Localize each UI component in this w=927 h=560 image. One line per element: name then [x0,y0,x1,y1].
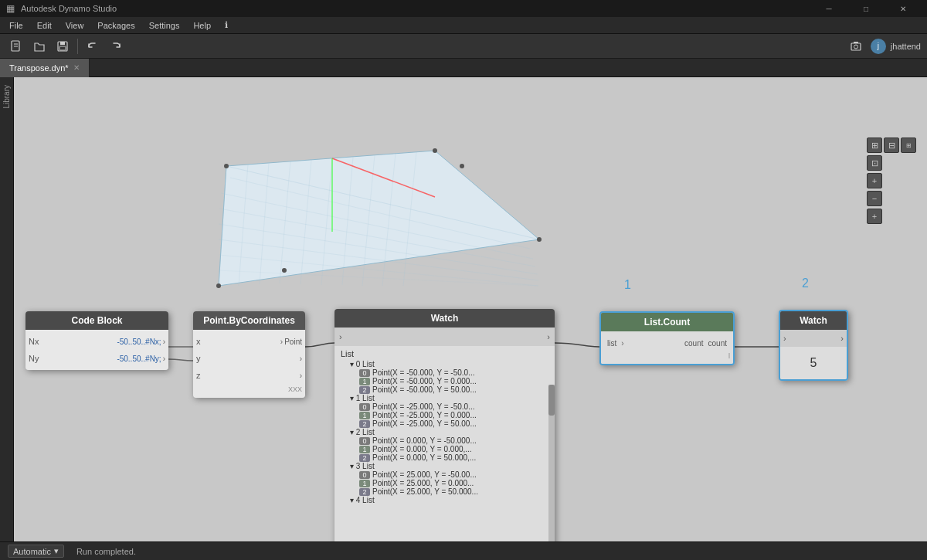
view-controls-row1: ⊞ ⊟ ⊞ [867,137,916,153]
watch1-output-port: › [542,332,555,341]
watch1-body: List ▾ 0 List 0Point(X = -50.000, Y = -5… [334,346,555,541]
tab-close-button[interactable]: ✕ [73,63,80,72]
point-y-label: y [196,354,298,363]
svg-line-21 [280,161,290,283]
watch1-group-1: ▾ 1 List 0Point(X = -25.000, Y = -50.0..… [341,394,548,428]
svg-line-27 [403,152,416,286]
menu-info[interactable]: ℹ [219,19,234,32]
svg-line-28 [435,151,539,239]
code-block-nx-value: -50..50..#Nx; [117,338,161,346]
point-x-port: › [280,338,283,346]
watch1-item-0-1: 1Point(X = -50.000, Y = 0.000... [359,377,548,385]
node-number-2: 2 [802,277,809,290]
screenshot-button[interactable] [846,36,866,56]
menu-help[interactable]: Help [187,19,217,32]
watch1-group3-header: ▾ 3 List [350,462,548,470]
watch1-group4-header: ▾ 4 List [350,496,548,504]
user-avatar: j [871,39,886,54]
run-mode-label: Automatic [13,547,51,556]
user-area: j jhattend [846,36,921,56]
zoom-in-button[interactable]: + [867,173,882,188]
redo-button[interactable] [106,36,126,56]
zoom-fit-button[interactable]: ⊡ [867,155,882,171]
svg-point-36 [460,164,464,168]
watch1-item-3-0: 0Point(X = 25.000, Y = -50.00... [359,470,548,479]
watch1-item-2-2: 2Point(X = 0.000, Y = 50.000,... [359,453,548,462]
tabbar: Transpose.dyn* ✕ [0,59,927,77]
watch2-io-bar: › › [780,330,847,347]
point-output-label: Point [284,338,302,346]
menu-file[interactable]: File [3,19,29,32]
svg-line-26 [382,154,396,286]
code-block-node[interactable]: Code Block Nx -50..50..#Nx; › Ny -50..50… [25,311,168,370]
titlebar: ▦ Autodesk Dynamo Studio ─ □ ✕ [0,0,927,17]
undo-button[interactable] [83,36,103,56]
tab-transpose[interactable]: Transpose.dyn* ✕ [0,59,90,77]
maximize-button[interactable]: □ [848,0,884,17]
new-button[interactable] [6,36,26,56]
svg-line-24 [342,157,353,285]
svg-rect-4 [60,42,65,45]
svg-line-12 [221,193,533,259]
svg-line-16 [219,255,538,286]
open-button[interactable] [29,36,49,56]
point-header: Point.ByCoordinates [193,311,305,330]
sidebar: Library [0,77,14,541]
close-button[interactable]: ✕ [885,0,921,17]
minimize-button[interactable]: ─ [811,0,847,17]
zoom-reset-button[interactable]: + [867,209,882,224]
view-3d-button[interactable]: ⊟ [884,137,899,153]
point-by-coordinates-node[interactable]: Point.ByCoordinates x › Point y › z › XX… [193,311,305,398]
watch1-group0-header: ▾ 0 List [350,360,548,368]
view-2d-button[interactable]: ⊞ [867,137,882,153]
window-controls: ─ □ ✕ [811,0,921,17]
point-z-label: z [196,371,298,380]
list-count-footer-l: l [601,351,733,361]
code-block-row-nx: Nx -50..50..#Nx; › [25,333,168,350]
menu-packages[interactable]: Packages [91,19,141,32]
view-extra-button[interactable]: ⊞ [901,137,916,153]
run-mode-dropdown[interactable]: Automatic ▾ [8,545,64,558]
svg-point-34 [216,283,221,288]
svg-rect-8 [854,42,858,43]
list-count-node[interactable]: List.Count list › count count l [599,311,735,365]
watch1-scrollbar-thumb[interactable] [548,385,555,416]
watch1-list-title: List [341,349,548,358]
watch1-item-2-0: 0Point(X = 0.000, Y = -50.000... [359,436,548,445]
code-block-ny-label: Ny [29,354,115,363]
svg-line-11 [230,178,530,249]
toolbar-separator [77,39,78,54]
watch2-node[interactable]: Watch › › 5 [779,310,848,381]
code-block-ny-port: › [163,355,165,363]
menu-settings[interactable]: Settings [143,19,186,32]
list-count-input-label: list [604,339,620,348]
sidebar-library-tab[interactable]: Library [1,82,12,112]
list-count-output-label: count [684,339,703,348]
svg-point-32 [433,148,437,153]
canvas[interactable]: ⊞ ⊟ ⊞ ⊡ + − + [14,77,927,541]
watch1-scrollbar[interactable] [548,385,555,541]
point-y-port: › [300,355,302,363]
watch1-node[interactable]: Watch › › List ▾ 0 List 0Point(X = -50.0… [334,309,555,541]
watch1-item-1-0: 0Point(X = -25.000, Y = -50.0... [359,402,548,411]
svg-rect-5 [59,46,66,50]
watch1-item-0-0: 0Point(X = -50.000, Y = -50.0... [359,368,548,377]
svg-line-15 [219,239,538,280]
list-count-row: list › count count [601,334,733,351]
svg-line-10 [226,166,539,239]
list-count-body: list › count count l [601,331,733,364]
code-block-ny-value: -50..50..#Ny; [117,355,161,363]
svg-line-25 [362,155,375,286]
save-button[interactable] [53,36,73,56]
zoom-out-button[interactable]: − [867,191,882,206]
app-icon: ▦ [6,3,15,14]
code-block-nx-label: Nx [29,337,115,346]
svg-line-23 [321,158,332,285]
point-row-z: z › [193,367,305,384]
watch1-input-port: › [334,332,347,341]
menu-view[interactable]: View [59,19,90,32]
watch2-output-port: › [837,334,847,343]
menu-edit[interactable]: Edit [31,19,58,32]
run-mode-chevron: ▾ [54,546,59,556]
svg-line-18 [219,166,226,286]
